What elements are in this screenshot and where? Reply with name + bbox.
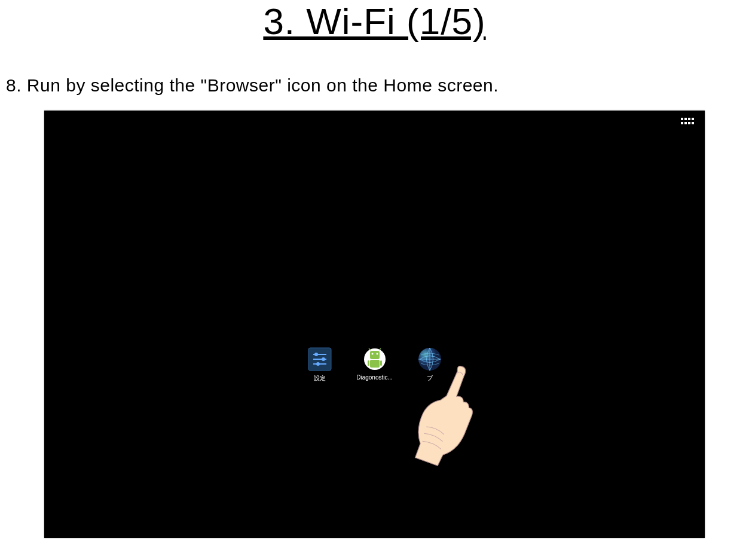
app-icon-diagnostic[interactable]: Diagonostic... (359, 347, 390, 381)
device-screenshot: 設定 Diagonostic... (44, 111, 705, 538)
svg-point-2 (314, 353, 318, 356)
svg-rect-15 (380, 360, 382, 366)
svg-point-4 (322, 357, 325, 361)
svg-point-6 (316, 362, 320, 366)
page-title: 3. Wi-Fi (1/5) (0, 0, 749, 42)
home-icon-row: 設定 Diagonostic... (304, 347, 445, 382)
settings-icon (307, 347, 332, 372)
app-label: 設定 (314, 374, 326, 382)
app-label: Diagonostic... (356, 374, 393, 381)
app-label: ブ (427, 374, 433, 382)
svg-line-12 (379, 348, 381, 350)
app-drawer-icon[interactable] (681, 118, 694, 125)
instruction-step: 8. Run by selecting the "Browser" icon o… (0, 75, 749, 96)
svg-rect-13 (370, 360, 380, 368)
svg-line-11 (369, 348, 371, 350)
app-icon-browser[interactable]: ブ (414, 347, 445, 382)
svg-rect-14 (368, 360, 369, 366)
svg-point-9 (371, 353, 373, 355)
browser-icon (417, 347, 442, 372)
svg-rect-8 (370, 351, 380, 359)
app-icon-settings[interactable]: 設定 (304, 347, 335, 382)
svg-point-10 (376, 353, 378, 355)
diagnostic-icon (362, 347, 387, 372)
